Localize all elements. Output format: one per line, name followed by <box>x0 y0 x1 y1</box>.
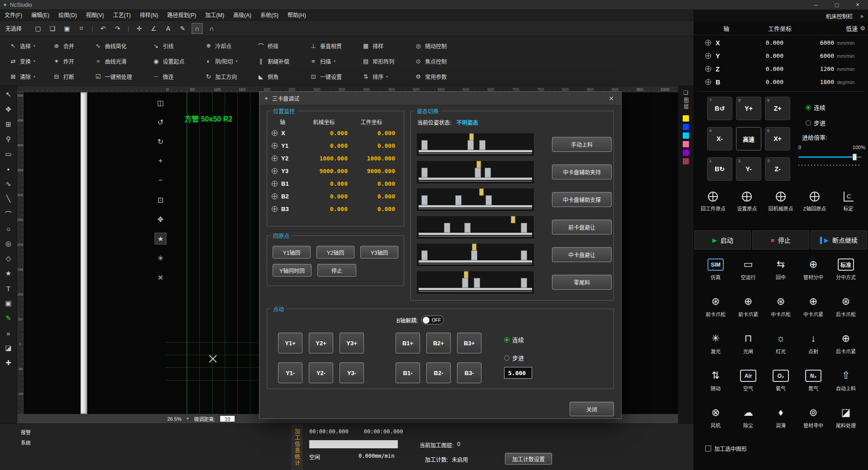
dialog-jog-button[interactable]: Y2- <box>309 362 333 383</box>
menu-item[interactable]: 编辑(E) <box>27 10 54 21</box>
circle-tool-icon[interactable]: ◎ <box>2 237 15 250</box>
dialog-close-button[interactable]: 关闭 <box>570 402 614 416</box>
follow-control[interactable]: ◎ 随动控制 <box>412 38 451 53</box>
layer-swatch[interactable] <box>682 132 689 139</box>
break[interactable]: ⊟ 打断 <box>51 69 79 84</box>
dialog-mode-step-radio[interactable]: 步进 <box>504 353 524 362</box>
menu-item[interactable]: 路径规划(P) <box>163 10 201 21</box>
follow-button[interactable]: ⇅ 随动 <box>699 364 732 401</box>
open-file-icon[interactable]: ❏ <box>47 23 58 34</box>
set-start-point[interactable]: ◉ 设置起点 <box>150 53 189 69</box>
minimize-button[interactable]: ─ <box>806 0 826 10</box>
menu-item[interactable]: 文件(F) <box>0 10 27 21</box>
snap-icon[interactable]: ✳ <box>155 252 166 264</box>
arc-tool-active-icon[interactable]: ∩ <box>192 23 203 34</box>
air-button[interactable]: Air 空气 <box>732 364 764 401</box>
fan-button[interactable]: ⊗ 风机 <box>699 401 732 438</box>
measure-tool-icon[interactable]: ▭ <box>2 147 15 161</box>
zoom-dropdown-icon[interactable]: ▼ <box>186 417 189 421</box>
expand-view-icon[interactable]: ✥ <box>155 213 166 225</box>
transform[interactable]: ⇄ 变换 ▾ <box>7 53 37 69</box>
jog-x-minus-button[interactable]: 4 X- <box>707 127 732 150</box>
lubricate-button[interactable]: ♦ 润滑 <box>764 401 797 438</box>
return-center-button[interactable]: ⇆ 回中 <box>764 253 797 290</box>
undo-icon[interactable]: ↶ <box>98 23 108 34</box>
yin-yang-cut[interactable]: ◐ 阴/阳切 ▾ <box>203 53 241 69</box>
feedrate-slider[interactable] <box>798 156 862 158</box>
polygon-tool-icon[interactable]: ◇ <box>2 252 15 265</box>
zoom-out-icon[interactable]: − <box>155 174 166 186</box>
radio-icon[interactable] <box>504 355 509 361</box>
dialog-jog-button[interactable]: B2+ <box>426 333 451 353</box>
jog-b-ccw-button[interactable]: 7 B↺ <box>707 97 732 120</box>
simulate-button[interactable]: SIM 仿真 <box>699 253 732 290</box>
jog-y-plus-button[interactable]: 8 Y+ <box>736 97 761 120</box>
jog-y-minus-button[interactable]: 2 Y- <box>736 157 761 181</box>
layer-swatch[interactable] <box>682 141 689 148</box>
line-tool-icon[interactable]: ╲ <box>2 192 15 206</box>
measure-angle-icon[interactable]: ∠ <box>148 23 159 34</box>
homing-button[interactable]: Y1轴回 <box>273 246 311 258</box>
explode[interactable]: ✶ 炸开 <box>51 53 79 69</box>
mid-chuck-assist-clamp-button[interactable]: 中卡盘辅助夹持 <box>552 164 612 179</box>
mid-jaw-tight-button[interactable]: ⊕ 中卡爪紧 <box>797 290 830 327</box>
text-tool-icon[interactable]: T <box>2 282 15 295</box>
add-tool-icon[interactable]: ✚ <box>2 356 15 370</box>
radio-icon[interactable] <box>806 120 811 126</box>
merge[interactable]: ⊕ 合并 <box>51 38 79 53</box>
close-button[interactable]: ✕ <box>847 0 868 10</box>
step-distance-input[interactable]: 5.000 <box>504 367 532 379</box>
bridge[interactable]: ⌒ 桥接 <box>255 38 294 53</box>
pen-icon[interactable]: ✎ <box>177 23 188 34</box>
spline-tool-icon[interactable]: ∿ <box>2 177 15 191</box>
dialog-jog-button[interactable]: Y3+ <box>340 333 364 353</box>
home-work-origin-button[interactable]: 回工件原点 <box>696 192 730 212</box>
layer-swatch[interactable] <box>682 149 689 156</box>
mode-continuous-radio[interactable]: 连续 <box>806 103 826 112</box>
process-selected-checkbox[interactable]: 加工选中图形 <box>705 445 747 452</box>
homing-button[interactable]: Y轴同时回 <box>273 264 311 277</box>
gear-icon[interactable]: ⚙ <box>860 25 865 32</box>
tab-system[interactable]: 系统 <box>21 439 31 446</box>
count-settings-button[interactable]: 加工计数设置 <box>505 453 552 465</box>
maximize-button[interactable]: ▢ <box>826 0 847 10</box>
zoom-in-icon[interactable]: + <box>155 155 166 167</box>
nitrogen-button[interactable]: N₂ 氮气 <box>797 364 830 401</box>
front-jaw-loose-button[interactable]: ⊛ 前卡爪松 <box>699 290 732 327</box>
manual-load-button[interactable]: 手动上料 <box>552 137 612 152</box>
dry-run-button[interactable]: ▭ 空运行 <box>732 253 764 290</box>
annotate-icon[interactable]: A <box>163 23 174 34</box>
dialog-jog-button[interactable]: Y2+ <box>309 333 333 353</box>
process-direction[interactable]: ↻ 加工方向 <box>203 69 241 84</box>
dialog-mode-continuous-radio[interactable]: 连续 <box>504 335 524 344</box>
image-tool-icon[interactable]: ▣ <box>2 296 15 310</box>
dialog-jog-button[interactable]: B1+ <box>396 333 420 353</box>
dialog-jog-button[interactable]: B3- <box>457 362 481 383</box>
fit-view-icon[interactable]: ⊡ <box>155 194 166 206</box>
menu-item[interactable]: 加工(M) <box>201 10 229 21</box>
tube-centering-button[interactable]: ⊕ 管材分中 <box>797 253 830 290</box>
rotate-ccw-icon[interactable]: ↺ <box>155 116 166 128</box>
collapse-panel-icon[interactable]: » <box>860 13 863 19</box>
arc-tool-icon[interactable]: ∩ <box>206 23 217 34</box>
highlight-pen-icon[interactable]: ✎ <box>2 311 15 325</box>
jog-x-plus-button[interactable]: 6 X+ <box>765 127 790 150</box>
flow-tool-icon[interactable]: » <box>2 326 15 340</box>
menu-item[interactable]: 视图(V) <box>81 10 108 21</box>
decouple-toggle[interactable]: OFF <box>421 315 444 324</box>
separator[interactable]: | <box>90 23 94 34</box>
jog-b-cw-button[interactable]: 1 B↻ <box>707 157 732 181</box>
lead-line[interactable]: ↘ 引线 <box>150 38 189 53</box>
auto-load-button[interactable]: ⇧ 自动上料 <box>830 364 862 401</box>
menu-item[interactable]: 工艺(T) <box>108 10 135 21</box>
one-key-preprocess[interactable]: ☑ 一键预处理 <box>92 69 137 84</box>
menu-item[interactable]: 绘图(D) <box>54 10 81 21</box>
checkbox-icon[interactable] <box>705 446 711 451</box>
radio-icon[interactable] <box>806 105 811 110</box>
calibrate-button[interactable]: C 标定 <box>831 192 865 212</box>
breakpoint-resume-button[interactable]: ▌▶ 断点继续 <box>811 230 867 249</box>
ellipse-tool-icon[interactable]: ○ <box>2 222 15 235</box>
mid-chuck-assist-support-button[interactable]: 中卡盘辅助支撑 <box>552 192 612 207</box>
shutter-button[interactable]: ⊓ 光闸 <box>732 327 764 364</box>
redo-icon[interactable]: ↷ <box>112 23 123 34</box>
